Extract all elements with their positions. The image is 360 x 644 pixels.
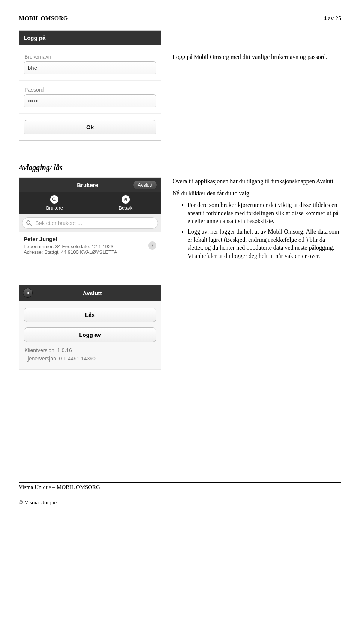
tab-brukere-label: Brukere [46, 205, 63, 211]
search-icon [26, 220, 32, 226]
username-label: Brukernavn [24, 54, 156, 60]
avslutt-screenshot: Avslutt Lås Logg av Klientversjon: 1.0.1… [19, 285, 161, 370]
login-instruction: Logg på Mobil Omsorg med ditt vanlige br… [172, 30, 341, 141]
user-name: Peter Jungel [24, 236, 148, 242]
username-input[interactable] [24, 61, 156, 74]
brukere-screenshot: Brukere Avslutt Brukere Besøk [19, 177, 161, 262]
password-input[interactable] [24, 94, 156, 107]
header-page-number: 4 av 25 [324, 15, 341, 22]
page-footer: Visma Unique – MOBIL OMSORG [19, 482, 341, 490]
avslutt-title: Avslutt [37, 290, 147, 296]
logout-button[interactable]: Logg av [24, 327, 156, 342]
copyright: © Visma Unique [19, 499, 341, 506]
search-icon [50, 195, 58, 204]
para2: Nå du klikker den får du to valg: [172, 190, 251, 196]
lock-button[interactable]: Lås [24, 308, 156, 322]
login-title-bar: Logg på [19, 31, 161, 45]
close-icon[interactable] [23, 288, 33, 298]
svg-point-0 [53, 198, 56, 200]
ok-button[interactable]: Ok [24, 120, 156, 134]
svg-line-3 [30, 224, 32, 226]
search-input[interactable]: Søk etter brukere … [22, 217, 158, 229]
bullet-item: For dere som bruker kjøreruter er det vi… [188, 201, 341, 225]
search-placeholder: Søk etter brukere … [35, 220, 82, 226]
page-header: MOBIL OMSORG 4 av 25 [19, 15, 341, 23]
svg-point-2 [27, 221, 30, 224]
password-label: Passord [24, 87, 156, 93]
para1: Overalt i applikasjonen har du tilgang t… [172, 178, 335, 184]
tab-besok-label: Besøk [118, 205, 132, 211]
brukere-title: Brukere [42, 182, 133, 188]
client-version: Klientversjon: 1.0.16 [24, 347, 156, 353]
section-title-avlogging: Avlogging/ lås [19, 163, 341, 172]
header-left: MOBIL OMSORG [19, 15, 68, 22]
user-line1: Løpenummer: 84 Fødselsdato: 12.1.1923 [24, 244, 148, 249]
list-item[interactable]: Peter Jungel Løpenummer: 84 Fødselsdato:… [19, 232, 161, 260]
chevron-right-icon [148, 241, 156, 250]
home-icon [122, 195, 130, 204]
server-version: Tjenerversjon: 0.1.4491.14390 [24, 356, 156, 362]
svg-line-1 [55, 200, 57, 202]
user-line2: Adresse: Stattgt. 44 9100 KVALØYSLETTA [24, 249, 148, 255]
avslutt-pill-button[interactable]: Avslutt [133, 181, 157, 189]
tab-brukere[interactable]: Brukere [19, 192, 90, 214]
tab-besok[interactable]: Besøk [90, 192, 161, 214]
login-screenshot: Logg på Brukernavn Passord Ok [19, 30, 161, 141]
footer-line1: Visma Unique – MOBIL OMSORG [19, 484, 100, 490]
bullet-item: Logg av: her logger du helt ut av Mobil … [188, 228, 341, 260]
